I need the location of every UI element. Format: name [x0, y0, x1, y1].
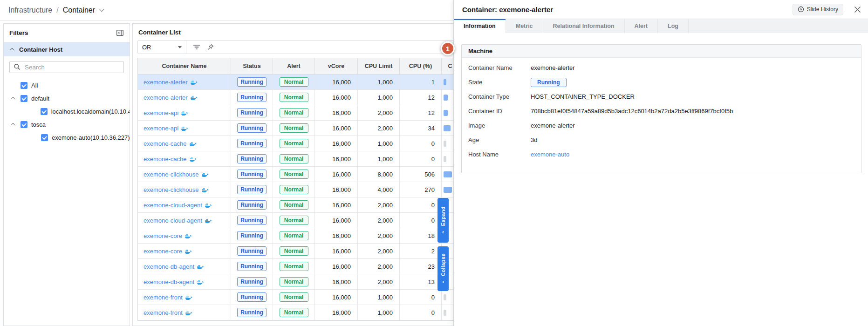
table-row[interactable]: exemone-db-agent Running Normal 16,000 2… — [138, 259, 458, 274]
container-name-link[interactable]: exemone-cloud-agent — [144, 202, 202, 209]
column-header-status[interactable]: Status — [231, 58, 273, 74]
container-name-link[interactable]: exemone-clickhouse — [144, 171, 199, 178]
cpu-mini-bar — [444, 294, 446, 300]
column-header-vcore[interactable]: vCore — [315, 58, 358, 74]
cpu-pct-cell: 0 — [400, 290, 442, 305]
container-name-link[interactable]: exemone-api — [144, 109, 178, 116]
breadcrumb-current-menu[interactable]: Container — [63, 6, 103, 14]
vcore-cell: 16,000 — [315, 105, 358, 120]
container-name-link[interactable]: exemone-api — [144, 125, 178, 132]
table-row[interactable]: exemone-clickhouse Running Normal 16,000… — [138, 182, 458, 197]
table-row[interactable]: exemone-cache Running Normal 16,000 1,00… — [138, 136, 458, 151]
machine-field-row: Image exemone-alerter — [462, 118, 861, 133]
expand-panel-button[interactable]: Expand ‹ — [437, 198, 449, 243]
close-panel-button[interactable] — [854, 6, 861, 14]
vcore-cell: 16,000 — [315, 213, 358, 228]
host-search-input[interactable] — [9, 61, 124, 73]
breadcrumb-separator: / — [56, 6, 58, 14]
table-row[interactable]: exemone-alerter Running Normal 16,000 1,… — [138, 90, 458, 105]
checkbox-checked-icon[interactable] — [21, 95, 27, 102]
container-name-link[interactable]: exemone-front — [144, 294, 183, 301]
container-name-link[interactable]: exemone-alerter — [144, 94, 188, 101]
container-detail-panel: Container: exemone-alerter Slide History… — [453, 0, 868, 326]
collapse-label: Collapse — [440, 253, 446, 276]
machine-field-row: Host Name exemone-auto — [462, 147, 861, 162]
status-badge: Running — [237, 262, 267, 271]
collapse-sidebar-button[interactable] — [116, 29, 124, 37]
pin-column-button[interactable] — [207, 44, 214, 51]
vcore-cell: 16,000 — [315, 305, 358, 320]
machine-field-value: Running — [531, 78, 567, 87]
status-badge: Running — [237, 231, 267, 240]
table-row[interactable]: exemone-api Running Normal 16,000 2,000 … — [138, 121, 458, 136]
table-row[interactable]: exemone-front Running Normal 16,000 1,00… — [138, 305, 458, 320]
container-name-link[interactable]: exemone-clickhouse — [144, 186, 199, 193]
container-name-link[interactable]: exemone-db-agent — [144, 278, 194, 285]
table-row[interactable]: exemone-cache Running Normal 16,000 1,00… — [138, 151, 458, 167]
collapse-panel-button[interactable]: Collapse › — [437, 246, 449, 291]
status-badge: Running — [237, 277, 267, 286]
checkbox-checked-icon[interactable] — [41, 108, 48, 115]
table-row[interactable]: exemone-core Running Normal 16,000 2,000… — [138, 244, 458, 259]
table-row[interactable]: exemone-api Running Normal 16,000 2,000 … — [138, 105, 458, 121]
machine-field-value[interactable]: exemone-auto — [531, 151, 569, 158]
container-name-link[interactable]: exemone-core — [144, 232, 182, 239]
chevron-up-icon — [10, 48, 14, 52]
tab-information[interactable]: Information — [454, 19, 506, 33]
alert-cell: Normal — [273, 244, 315, 258]
table-toolbar: OR — [137, 40, 456, 54]
cpu-pct-cell: 0 — [400, 213, 442, 228]
tab-metric[interactable]: Metric — [506, 19, 543, 33]
container-name-link[interactable]: exemone-front — [144, 309, 183, 316]
table-row[interactable]: exemone-front Running Normal 16,000 1,00… — [138, 290, 458, 305]
host-tree-item[interactable]: exemone-auto(10.10.36.227) — [4, 131, 130, 144]
tab-alert[interactable]: Alert — [625, 19, 658, 33]
slide-history-button[interactable]: Slide History — [793, 4, 843, 15]
table-row[interactable]: exemone-core Running Normal 16,000 2,000… — [138, 228, 458, 244]
container-name-link[interactable]: exemone-cloud-agent — [144, 217, 202, 224]
docker-whale-icon — [185, 294, 193, 300]
cpu-limit-cell: 2,000 — [358, 197, 400, 212]
column-header-alert[interactable]: Alert — [273, 58, 315, 74]
container-name-link[interactable]: exemone-alerter — [144, 79, 188, 86]
cpu-limit-cell: 1,000 — [358, 90, 400, 105]
tab-log[interactable]: Log — [658, 19, 689, 33]
status-cell: Running — [231, 105, 273, 120]
clock-icon — [798, 6, 804, 13]
container-name-link[interactable]: exemone-db-agent — [144, 263, 194, 270]
table-row[interactable]: exemone-alerter Running Normal 16,000 1,… — [138, 75, 458, 90]
table-row[interactable]: exemone-cloud-agent Running Normal 16,00… — [138, 213, 458, 228]
host-tree-item[interactable]: All — [4, 79, 130, 92]
status-cell: Running — [231, 167, 273, 182]
column-header-cpu-pct[interactable]: CPU (%) — [400, 58, 442, 74]
machine-field-value: 3d — [531, 136, 537, 143]
filter-button[interactable] — [193, 44, 200, 50]
container-name-link[interactable]: exemone-cache — [144, 156, 187, 163]
status-badge: Running — [237, 292, 267, 302]
chevron-right-icon: › — [442, 279, 444, 284]
column-header-container-name[interactable]: Container Name — [138, 58, 231, 74]
table-row[interactable]: exemone-clickhouse Running Normal 16,000… — [138, 167, 458, 182]
column-header-cpu-limit[interactable]: CPU Limit — [358, 58, 400, 74]
tab-relational-information[interactable]: Relational Information — [543, 19, 625, 33]
docker-whale-icon — [185, 233, 192, 238]
status-cell: Running — [231, 75, 273, 89]
status-cell: Running — [231, 259, 273, 274]
cpu-mini-bar — [444, 95, 448, 101]
filter-operator-select[interactable]: OR — [138, 41, 186, 54]
machine-field-row: Container Name exemone-alerter — [462, 61, 861, 75]
status-cell: Running — [231, 197, 273, 212]
container-host-group-toggle[interactable]: Container Host — [4, 42, 130, 56]
host-tree-item[interactable]: localhost.localdomain(10.10.4... — [4, 105, 130, 118]
checkbox-checked-icon[interactable] — [21, 121, 27, 128]
table-row[interactable]: exemone-cloud-agent Running Normal 16,00… — [138, 197, 458, 213]
filter-operator-value: OR — [142, 44, 151, 51]
cpu-mini-bar — [444, 156, 446, 162]
table-row[interactable]: exemone-db-agent Running Normal 16,000 2… — [138, 274, 458, 290]
checkbox-checked-icon[interactable] — [21, 82, 27, 89]
host-tree-item[interactable]: default — [4, 92, 130, 105]
checkbox-checked-icon[interactable] — [41, 134, 48, 141]
container-name-link[interactable]: exemone-cache — [144, 140, 187, 147]
host-tree-item[interactable]: tosca — [4, 118, 130, 131]
container-name-link[interactable]: exemone-core — [144, 248, 182, 255]
